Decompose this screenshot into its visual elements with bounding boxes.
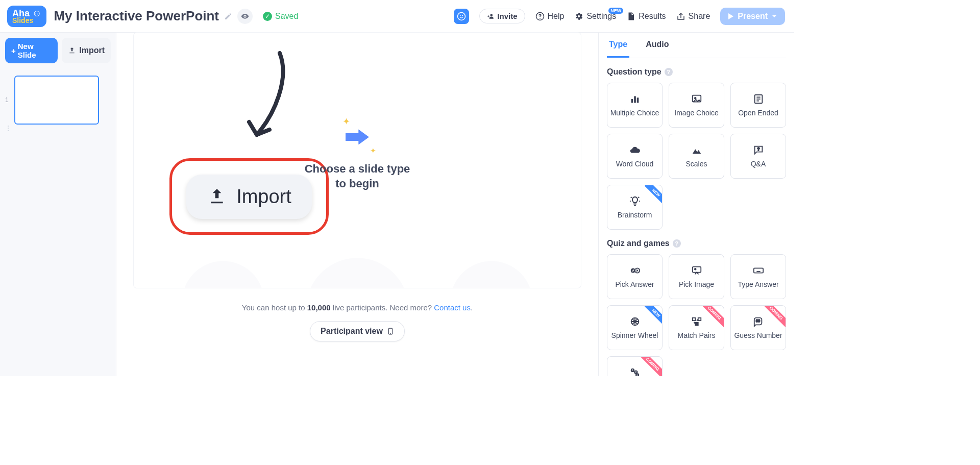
mountain-icon <box>690 144 704 156</box>
placeholder-title: Choose a slide type to begin <box>305 162 410 191</box>
tile-label: Multiple Choice <box>610 109 659 117</box>
svg-rect-7 <box>631 99 633 103</box>
note-icon <box>751 93 766 105</box>
keyboard-icon <box>751 265 766 276</box>
share-label: Share <box>689 12 710 21</box>
tile-spinner-wheel[interactable]: NEWSpinner Wheel <box>607 305 663 350</box>
canvas: ✦ ✦ Choose a slide type to begin You can… <box>116 33 598 376</box>
import-button[interactable]: Import <box>62 38 111 63</box>
cloud-icon <box>628 144 642 156</box>
annotation-import-button: Import <box>186 175 312 219</box>
tile-label: Match Pairs <box>678 331 716 339</box>
gear-icon <box>574 12 583 21</box>
present-label: Present <box>738 12 768 21</box>
svg-point-11 <box>694 97 696 99</box>
presentation-title[interactable]: My Interactive PowerPoint <box>54 8 219 24</box>
svg-text:99: 99 <box>756 319 760 323</box>
svg-point-4 <box>540 17 541 18</box>
tab-type[interactable]: Type <box>607 33 629 58</box>
svg-point-20 <box>694 268 696 270</box>
svg-rect-28 <box>692 318 695 321</box>
reaction-button[interactable] <box>454 9 469 24</box>
user-plus-icon <box>487 13 494 20</box>
tile-type-answer[interactable]: Type Answer <box>730 254 786 299</box>
svg-point-2 <box>462 15 463 16</box>
ribbon-new: NEW <box>640 185 662 208</box>
nav-right: Invite Help Settings NEW Results Share P… <box>454 8 785 25</box>
tile-brainstorm[interactable]: NEWBrainstorm <box>607 185 663 230</box>
tile-multiple-choice[interactable]: Multiple Choice <box>607 83 663 128</box>
phone-icon <box>387 327 394 336</box>
tile-label: Brainstorm <box>618 211 652 219</box>
tile-q&a[interactable]: ?Q&A <box>730 134 786 179</box>
section-quiz-games: Quiz and games ? <box>607 239 786 248</box>
eye-icon[interactable] <box>237 9 253 24</box>
slide-thumbnail[interactable] <box>14 76 99 125</box>
logo[interactable]: Aha ☺ Slides <box>7 6 46 27</box>
svg-rect-29 <box>698 318 701 321</box>
tab-audio[interactable]: Audio <box>644 33 671 58</box>
svg-point-0 <box>458 12 465 20</box>
share-icon <box>676 12 685 21</box>
arrow-illustration: ✦ ✦ <box>346 129 369 144</box>
tile-label: Guess Number <box>734 331 782 339</box>
invite-button[interactable]: Invite <box>479 9 525 23</box>
tile-correct-order[interactable]: COMING123Correct Order <box>607 356 663 376</box>
sidebar: + New Slide Import 1 ⋮ <box>0 33 116 376</box>
invite-label: Invite <box>497 12 517 20</box>
results-label: Results <box>639 12 666 21</box>
tile-pick-image[interactable]: Pick Image <box>669 254 724 299</box>
settings-button[interactable]: Settings NEW <box>574 12 616 21</box>
slide-thumb-menu-icon[interactable]: ⋮ <box>5 125 111 132</box>
image-chat-icon <box>690 265 704 276</box>
svg-rect-9 <box>636 97 639 103</box>
help-label: Help <box>548 12 565 21</box>
tile-label: Pick Image <box>679 280 714 288</box>
svg-rect-21 <box>753 268 763 273</box>
saved-label: Saved <box>275 12 298 21</box>
share-button[interactable]: Share <box>676 12 710 21</box>
qa-icon: ? <box>751 144 766 156</box>
svg-rect-8 <box>634 96 636 103</box>
bar-chart-icon <box>628 93 642 105</box>
body: + New Slide Import 1 ⋮ ✦ ✦ <box>0 33 794 376</box>
image-icon <box>690 93 704 105</box>
file-icon <box>626 12 635 21</box>
tile-match-pairs[interactable]: COMINGMatch Pairs <box>669 305 724 350</box>
import-label: Import <box>79 46 105 55</box>
tile-image-choice[interactable]: Image Choice <box>669 83 724 128</box>
tile-word-cloud[interactable]: Word Cloud <box>607 134 663 179</box>
ribbon-coming: COMING <box>763 306 786 328</box>
svg-text:?: ? <box>757 147 760 152</box>
tile-pick-answer[interactable]: Pick Answer <box>607 254 663 299</box>
new-slide-button[interactable]: + New Slide <box>5 38 58 63</box>
participants-notice: You can host up to 10,000 live participa… <box>242 303 473 312</box>
help-tooltip-icon[interactable]: ? <box>673 239 681 248</box>
tile-label: Pick Answer <box>615 280 654 288</box>
results-button[interactable]: Results <box>626 12 666 21</box>
sparkle-icon: ✦ <box>370 146 376 155</box>
svg-point-1 <box>460 15 461 16</box>
help-button[interactable]: Help <box>535 12 565 21</box>
question-type-grid: Multiple ChoiceImage ChoiceOpen EndedWor… <box>607 83 786 230</box>
contact-us-link[interactable]: Contact us <box>434 303 471 312</box>
plus-icon: + <box>11 46 16 55</box>
svg-rect-19 <box>692 267 701 273</box>
present-button[interactable]: Present <box>720 8 785 25</box>
tile-label: Q&A <box>751 160 766 168</box>
participant-view-button[interactable]: Participant view <box>310 321 405 341</box>
ribbon-coming: COMING <box>701 306 724 328</box>
upload-icon <box>68 46 76 55</box>
tile-guess-number[interactable]: COMING99Guess Number <box>730 305 786 350</box>
check-circle-icon: ✓ <box>263 12 272 21</box>
ribbon-coming: COMING <box>640 357 662 376</box>
tile-open-ended[interactable]: Open Ended <box>730 83 786 128</box>
tile-label: Spinner Wheel <box>611 331 658 339</box>
help-icon <box>535 12 545 21</box>
slide-placeholder: ✦ ✦ Choose a slide type to begin <box>305 129 410 191</box>
annotation-import-label: Import <box>236 186 291 208</box>
tile-scales[interactable]: Scales <box>669 134 724 179</box>
play-icon <box>728 13 733 19</box>
pencil-icon[interactable] <box>224 12 232 20</box>
help-tooltip-icon[interactable]: ? <box>665 68 673 76</box>
